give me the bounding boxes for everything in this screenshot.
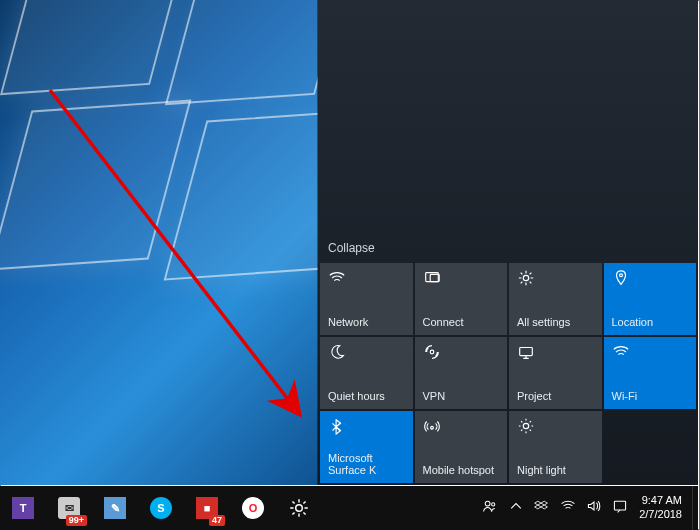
tray-notif[interactable] [607, 486, 633, 530]
tile-label: All settings [517, 316, 596, 329]
tray-volume[interactable] [581, 486, 607, 530]
tile-label: Microsoft Surface K [328, 452, 407, 477]
taskbar-apps: T✉99+✎S■47O [0, 486, 322, 530]
taskbar-app-skype[interactable]: S [138, 486, 184, 530]
hotspot-icon [423, 417, 441, 435]
tray-dropbox[interactable] [529, 486, 555, 530]
tile-label: Project [517, 390, 596, 403]
project-icon [517, 343, 535, 361]
tile-bt[interactable]: Microsoft Surface K [320, 411, 413, 483]
bluetooth-icon [328, 417, 346, 435]
tile-label: Network [328, 316, 407, 329]
tile-location[interactable]: Location [604, 263, 697, 335]
location-icon [612, 269, 630, 287]
taskbar: T✉99+✎S■47O 9:47 AM 2/7/2018 [0, 486, 698, 530]
taskbar-app-twitch[interactable]: T [0, 486, 46, 530]
tray-chevron[interactable] [503, 486, 529, 530]
moon-icon [328, 343, 346, 361]
tile-network[interactable]: Network [320, 263, 413, 335]
tile-quiet[interactable]: Quiet hours [320, 337, 413, 409]
taskbar-app-msgs[interactable]: ✉99+ [46, 486, 92, 530]
dropbox-icon [534, 498, 550, 518]
gear-icon [517, 269, 535, 287]
brightness-icon [517, 417, 535, 435]
taskbar-app-settings[interactable] [276, 486, 322, 530]
volume-icon [586, 498, 602, 518]
wifi-icon [612, 343, 630, 361]
wallpaper-pane [0, 99, 191, 270]
wallpaper-pane [0, 0, 190, 95]
tile-settings[interactable]: All settings [509, 263, 602, 335]
quick-action-tiles: NetworkConnectAll settingsLocationQuiet … [318, 263, 698, 485]
badge: 47 [209, 515, 225, 526]
tile-hotspot[interactable]: Mobile hotspot [415, 411, 508, 483]
badge: 99+ [66, 515, 87, 526]
wifi-icon [328, 269, 346, 287]
tile-label: Connect [423, 316, 502, 329]
action-center-notifications-area [318, 0, 698, 235]
taskbar-app-lastpass[interactable]: ■47 [184, 486, 230, 530]
collapse-button[interactable]: Collapse [318, 235, 698, 263]
desktop-wallpaper: Collapse NetworkConnectAll settingsLocat… [0, 0, 698, 485]
tile-label: Night light [517, 464, 596, 477]
tile-project[interactable]: Project [509, 337, 602, 409]
taskbar-app-opera[interactable]: O [230, 486, 276, 530]
notif-icon [612, 498, 628, 518]
taskbar-app-onenote[interactable]: ✎ [92, 486, 138, 530]
vpn-icon [423, 343, 441, 361]
tile-night[interactable]: Night light [509, 411, 602, 483]
chevron-up-icon [508, 498, 524, 518]
tile-label: Mobile hotspot [423, 464, 502, 477]
tile-label: Wi-Fi [612, 390, 691, 403]
system-tray [477, 486, 633, 530]
tile-label: Location [612, 316, 691, 329]
cast-icon [423, 269, 441, 287]
tray-wifi[interactable] [555, 486, 581, 530]
action-center-panel: Collapse NetworkConnectAll settingsLocat… [318, 0, 698, 485]
tile-vpn[interactable]: VPN [415, 337, 508, 409]
tile-wifi[interactable]: Wi-Fi [604, 337, 697, 409]
tray-people[interactable] [477, 486, 503, 530]
people-icon [482, 498, 498, 518]
taskbar-clock[interactable]: 9:47 AM 2/7/2018 [633, 494, 692, 522]
tile-connect[interactable]: Connect [415, 263, 508, 335]
show-desktop-button[interactable] [692, 486, 698, 530]
tile-label: VPN [423, 390, 502, 403]
clock-time: 9:47 AM [639, 494, 682, 508]
wifi-icon [560, 498, 576, 518]
clock-date: 2/7/2018 [639, 508, 682, 522]
tile-label: Quiet hours [328, 390, 407, 403]
